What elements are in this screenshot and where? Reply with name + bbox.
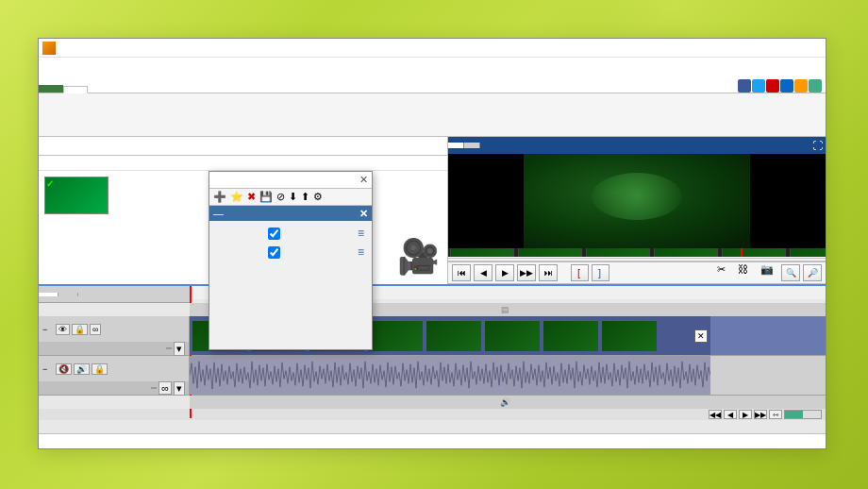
- mute-icon[interactable]: 🔇: [56, 363, 72, 375]
- linkedin-icon[interactable]: [780, 79, 793, 93]
- remove-effect-icon[interactable]: ✖: [247, 191, 256, 203]
- fx-button[interactable]: [166, 347, 172, 349]
- menu-transitions[interactable]: [135, 64, 148, 68]
- close-button[interactable]: [784, 39, 822, 58]
- effects-dialog[interactable]: ✕ ➕ ⭐ ✖ 💾 ⊘ ⬇ ⬆ ⚙ — ✕ ≡ ≡: [209, 171, 373, 350]
- menu-sequence[interactable]: [95, 64, 108, 68]
- collapse-icon[interactable]: −: [42, 364, 54, 374]
- filmstrip-frame[interactable]: [586, 248, 650, 257]
- ribbon-tab-custom[interactable]: [210, 85, 235, 93]
- unlink-button[interactable]: ⛓: [733, 262, 753, 283]
- goto-start-button[interactable]: ⏮: [452, 264, 471, 281]
- menu-edit[interactable]: [56, 64, 69, 68]
- menu-view[interactable]: [175, 64, 188, 68]
- row-menu-icon[interactable]: ≡: [358, 227, 364, 240]
- zoom-fit-icon[interactable]: ⇿: [769, 410, 782, 419]
- zoom-in-icon[interactable]: 🔎: [803, 264, 822, 281]
- menu-file[interactable]: [42, 64, 56, 68]
- clip-end-handle[interactable]: ✕: [694, 329, 708, 343]
- link-icon[interactable]: ∞: [159, 381, 172, 395]
- open-icon[interactable]: [74, 42, 86, 54]
- saveas-icon[interactable]: [102, 42, 114, 54]
- split-button[interactable]: ✂: [712, 262, 730, 283]
- zoom-slider[interactable]: [784, 410, 822, 419]
- preview-viewport[interactable]: [448, 154, 826, 248]
- filmstrip[interactable]: [448, 248, 826, 257]
- filmstrip-playhead[interactable]: [741, 248, 743, 257]
- filmstrip-frame[interactable]: [518, 248, 582, 257]
- tab-clip-preview[interactable]: [448, 143, 464, 148]
- filmstrip-frame[interactable]: [450, 248, 514, 257]
- view-icon[interactable]: [355, 157, 368, 170]
- menu-track[interactable]: [82, 64, 95, 68]
- goto-end-button[interactable]: ⏭: [539, 264, 558, 281]
- step-fwd-button[interactable]: ▶▶: [517, 264, 536, 281]
- delete-icon[interactable]: [370, 157, 383, 170]
- scroll-left-icon[interactable]: ◀: [724, 410, 737, 419]
- ribbon-tab-home[interactable]: [63, 86, 88, 93]
- redo-icon[interactable]: [130, 42, 142, 54]
- undo-icon[interactable]: [116, 42, 128, 54]
- play-button[interactable]: ▶: [495, 264, 514, 281]
- row-menu-icon[interactable]: ≡: [358, 245, 364, 259]
- up-icon[interactable]: ⬆: [301, 191, 309, 203]
- add-effect-icon[interactable]: ➕: [213, 191, 226, 203]
- mark-start-button[interactable]: [: [571, 264, 589, 281]
- twitter-icon[interactable]: [752, 79, 765, 93]
- audio-track-content[interactable]: [190, 356, 826, 395]
- tab-storyboard[interactable]: [58, 293, 78, 296]
- lock-icon[interactable]: 🔒: [92, 363, 108, 375]
- snapshot-button[interactable]: 📷: [756, 262, 778, 283]
- filmstrip-frame[interactable]: [790, 248, 826, 257]
- scroll-end-icon[interactable]: ▶▶: [754, 410, 767, 419]
- ribbon-tab-file[interactable]: [39, 85, 63, 93]
- link-icon[interactable]: ∞: [90, 324, 101, 335]
- collapse-effect-icon[interactable]: ✕: [359, 208, 368, 220]
- solo-icon[interactable]: 🔊: [74, 363, 90, 375]
- grid-icon[interactable]: [430, 157, 443, 170]
- share-icon[interactable]: [809, 79, 822, 93]
- filmstrip-frame[interactable]: [722, 248, 786, 257]
- filmstrip-frame[interactable]: [654, 248, 718, 257]
- menu-audio-effects[interactable]: [122, 64, 135, 68]
- ribbon-tab-sequence[interactable]: [112, 85, 137, 93]
- bookmark-icon[interactable]: ⭐: [230, 191, 243, 203]
- down-icon[interactable]: ⬇: [289, 191, 297, 203]
- menu-tools[interactable]: [161, 64, 175, 68]
- mark-end-button[interactable]: ]: [592, 264, 609, 281]
- ribbon-tab-export[interactable]: [161, 85, 186, 93]
- maximize-preview-icon[interactable]: ⛶: [809, 137, 826, 154]
- facebook-icon[interactable]: [738, 79, 751, 93]
- lock-icon[interactable]: 🔒: [72, 324, 88, 335]
- list-icon[interactable]: [415, 157, 428, 170]
- track-menu-icon[interactable]: ▾: [174, 342, 185, 356]
- audio-clip[interactable]: [190, 356, 710, 395]
- menu-clip[interactable]: [69, 64, 82, 68]
- save-icon[interactable]: [88, 42, 100, 54]
- menu-export[interactable]: [148, 64, 161, 68]
- menu-help[interactable]: [188, 64, 201, 68]
- save-preset-icon[interactable]: 💾: [259, 191, 273, 203]
- clip-item[interactable]: [44, 177, 108, 216]
- scroll-right-icon[interactable]: ▶: [739, 410, 752, 419]
- add-icon[interactable]: [385, 157, 398, 170]
- track-menu-icon[interactable]: ▾: [174, 381, 185, 396]
- minimize-button[interactable]: [709, 39, 746, 58]
- scroll-start-icon[interactable]: ◀◀: [709, 410, 722, 419]
- maximize-button[interactable]: [746, 39, 784, 58]
- new-icon[interactable]: [59, 42, 72, 54]
- eye-icon[interactable]: 👁: [56, 324, 70, 335]
- tab-sequence-preview[interactable]: [464, 143, 480, 148]
- effect-header[interactable]: — ✕: [209, 206, 372, 221]
- ribbon-tab-suite[interactable]: [186, 85, 210, 93]
- close-icon[interactable]: ✕: [359, 174, 368, 186]
- rss-icon[interactable]: [794, 79, 808, 93]
- enable-checkbox[interactable]: [268, 228, 280, 240]
- collapse-icon[interactable]: −: [42, 325, 54, 334]
- ribbon-tab-clips[interactable]: [88, 85, 112, 93]
- clear-icon[interactable]: ⊘: [276, 191, 285, 203]
- paste-icon[interactable]: [400, 157, 413, 170]
- fx-button[interactable]: [151, 387, 157, 389]
- zoom-out-icon[interactable]: 🔍: [781, 264, 800, 281]
- effects
-dialog-title[interactable]: ✕: [209, 172, 372, 189]
